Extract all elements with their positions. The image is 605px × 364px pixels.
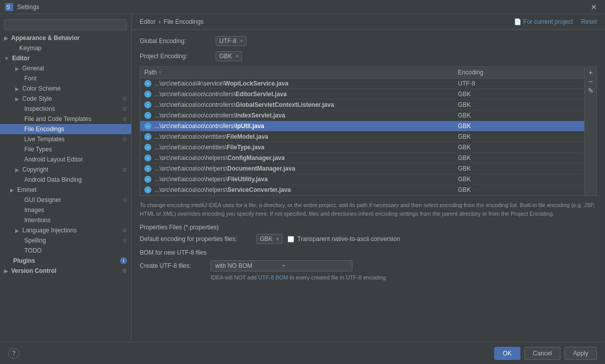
expand-arrow-appearance: ▶ [4, 35, 8, 41]
sidebar-item-font[interactable]: Font [0, 73, 131, 84]
help-button[interactable]: ? [8, 348, 19, 359]
bom-create-arrow: ▾ [283, 263, 285, 268]
remove-encoding-button[interactable]: − [588, 78, 592, 85]
table-row[interactable]: ○ ...\src\net\aicoa\oo\helpers\ConfigMan… [140, 153, 584, 164]
sidebar-label-intentions: Intentions [24, 217, 51, 224]
bom-info-link[interactable]: UTF-8 BOM [258, 274, 288, 280]
project-encoding-arrow: ▾ [236, 54, 238, 59]
breadcrumb-parent: Editor [140, 18, 155, 25]
path-cell-0: ○ ...\src\net\aicoa\lk\service\WopiLockS… [140, 78, 454, 89]
sidebar-label-language-injections: Language Injections [22, 227, 76, 234]
sidebar-item-editor[interactable]: ▼Editor [0, 53, 131, 63]
file-icon-9: ○ [144, 176, 151, 183]
sort-icon: ↑ [159, 70, 162, 75]
table-row[interactable]: ○ ...\src\net\aicoa\lk\service\WopiLockS… [140, 78, 584, 89]
encoding-cell-0: UTF-8 [454, 78, 584, 89]
file-icon-3: ○ [144, 112, 151, 119]
content-header: Editor › File Encodings 📄 For current pr… [132, 14, 605, 30]
table-row[interactable]: ○ ...\src\net\aicoa\oo\helpers\DocumentM… [140, 164, 584, 174]
expand-arrow-general: ▶ [15, 66, 19, 71]
sidebar-item-plugins[interactable]: Pluginsi [0, 256, 131, 266]
table-actions: + − ✎ [584, 67, 596, 195]
bottom-buttons: OK Cancel Apply [494, 347, 597, 360]
sidebar-right-language-injections: ⚙ [122, 227, 127, 234]
apply-button[interactable]: Apply [564, 347, 597, 360]
table-header: Path ↑ Encoding [140, 67, 584, 78]
sidebar-item-general[interactable]: ▶General [0, 63, 131, 73]
file-icon-2: ○ [144, 101, 151, 108]
sidebar-label-android-data-binding: Android Data Binding [24, 176, 82, 183]
file-icon-1: ○ [144, 91, 151, 98]
properties-encoding-row: Default encoding for properties files: G… [140, 234, 597, 244]
search-input[interactable] [4, 19, 127, 30]
sidebar-label-general: General [22, 65, 44, 72]
close-button[interactable]: ✕ [588, 2, 600, 12]
sidebar-item-version-control[interactable]: ▶Version Control⚙ [0, 266, 131, 276]
sidebar-item-emmet[interactable]: ▶Emmet [0, 185, 131, 195]
transparent-checkbox-label[interactable]: Transparent native-to-ascii conversion [288, 235, 400, 242]
sidebar-item-gui-designer[interactable]: GUI Designer⚙ [0, 195, 131, 205]
title-bar: S Settings ✕ [0, 0, 605, 14]
breadcrumb: Editor › File Encodings [140, 18, 204, 25]
path-cell-1: ○ ...\src\net\aicoa\oo\controllers\Edito… [140, 89, 454, 99]
table-row[interactable]: ○ ...\src\net\aicoa\oo\helpers\ServiceCo… [140, 185, 584, 195]
sidebar-item-images[interactable]: Images [0, 205, 131, 215]
for-project-link[interactable]: 📄 For current project [514, 18, 573, 25]
properties-encoding-dropdown[interactable]: GBK ▾ [256, 234, 283, 244]
sidebar-label-font: Font [24, 75, 36, 82]
sidebar-item-copyright[interactable]: ▶Copyright⚙ [0, 165, 131, 175]
sidebar-item-keymap[interactable]: Keymap [0, 43, 131, 53]
encoding-cell-8: GBK [454, 164, 584, 174]
sidebar-item-live-templates[interactable]: Live Templates⚙ [0, 134, 131, 144]
table-row[interactable]: ○ ...\src\net\aicoa\oo\controllers\IpUti… [140, 121, 584, 132]
reset-button[interactable]: Reset [581, 18, 597, 25]
gear-icon-copyright: ⚙ [122, 167, 127, 173]
sidebar-item-spelling[interactable]: Spelling⚙ [0, 235, 131, 246]
sidebar-item-code-style[interactable]: ▶Code Style⚙ [0, 94, 131, 104]
properties-section-title: Properties Files (*.properties) [140, 224, 597, 231]
cancel-button[interactable]: Cancel [525, 347, 560, 360]
properties-encoding-arrow: ▾ [276, 236, 279, 241]
sidebar-item-language-injections[interactable]: ▶Language Injections⚙ [0, 225, 131, 235]
edit-encoding-button[interactable]: ✎ [588, 87, 594, 94]
properties-encoding-label: Default encoding for properties files: [140, 235, 251, 242]
encoding-cell-7: GBK [454, 153, 584, 163]
sidebar-item-android-data-binding[interactable]: Android Data Binding [0, 175, 131, 185]
table-row[interactable]: ○ ...\src\net\aicoa\oo\controllers\Edito… [140, 89, 584, 100]
path-cell-9: ○ ...\src\net\aicoa\oo\helpers\FileUtili… [140, 174, 454, 184]
sidebar-item-appearance[interactable]: ▶Appearance & Behavior [0, 33, 131, 43]
sidebar-item-android-layout-editor[interactable]: Android Layout Editor [0, 154, 131, 165]
sidebar-item-file-types[interactable]: File Types [0, 144, 131, 154]
properties-encoding-value: GBK [260, 235, 272, 242]
sidebar-item-intentions[interactable]: Intentions [0, 215, 131, 225]
path-text-9: ...\src\net\aicoa\oo\helpers\FileUtility… [154, 176, 268, 183]
sidebar-item-todo[interactable]: TODO [0, 246, 131, 256]
gear-icon-version-control: ⚙ [122, 268, 127, 274]
sidebar-item-file-code-templates[interactable]: File and Code Templates⚙ [0, 114, 131, 124]
sidebar-right-inspections: ⚙ [122, 106, 127, 112]
project-encoding-dropdown[interactable]: GBK ▾ [216, 51, 242, 61]
table-row[interactable]: ○ ...\src\net\aicoa\oo\helpers\FileUtili… [140, 174, 584, 185]
table-row[interactable]: ○ ...\src\net\aicoa\oo\entities\FileType… [140, 142, 584, 153]
table-row[interactable]: ○ ...\src\net\aicoa\oo\entities\FileMode… [140, 132, 584, 142]
global-encoding-dropdown[interactable]: UTF-8 ▾ [216, 36, 247, 46]
transparent-checkbox[interactable] [288, 236, 294, 242]
sidebar-item-inspections[interactable]: Inspections⚙ [0, 104, 131, 114]
global-encoding-row: Global Encoding: UTF-8 ▾ [140, 36, 597, 46]
path-cell-5: ○ ...\src\net\aicoa\oo\entities\FileMode… [140, 132, 454, 142]
bom-row: Create UTF-8 files: with NO BOM ▾ [140, 260, 597, 271]
sidebar-item-color-scheme[interactable]: ▶Color Scheme [0, 84, 131, 94]
path-cell-3: ○ ...\src\net\aicoa\oo\controllers\Index… [140, 110, 454, 120]
table-row[interactable]: ○ ...\src\net\aicoa\oo\controllers\Index… [140, 110, 584, 121]
add-encoding-button[interactable]: + [588, 69, 592, 76]
encoding-cell-1: GBK [454, 89, 584, 99]
sidebar-right-gui-designer: ⚙ [122, 197, 127, 204]
path-text-8: ...\src\net\aicoa\oo\helpers\DocumentMan… [154, 165, 295, 172]
table-row[interactable]: ○ ...\src\net\aicoa\oo\controllers\Globa… [140, 100, 584, 110]
ok-button[interactable]: OK [494, 347, 520, 360]
expand-arrow-language-injections: ▶ [15, 228, 19, 233]
bom-create-dropdown[interactable]: with NO BOM ▾ [211, 260, 352, 271]
sidebar-item-file-encodings[interactable]: File Encodings⚙ [0, 124, 131, 134]
path-column-header: Path ↑ [140, 67, 454, 78]
encoding-cell-3: GBK [454, 110, 584, 120]
